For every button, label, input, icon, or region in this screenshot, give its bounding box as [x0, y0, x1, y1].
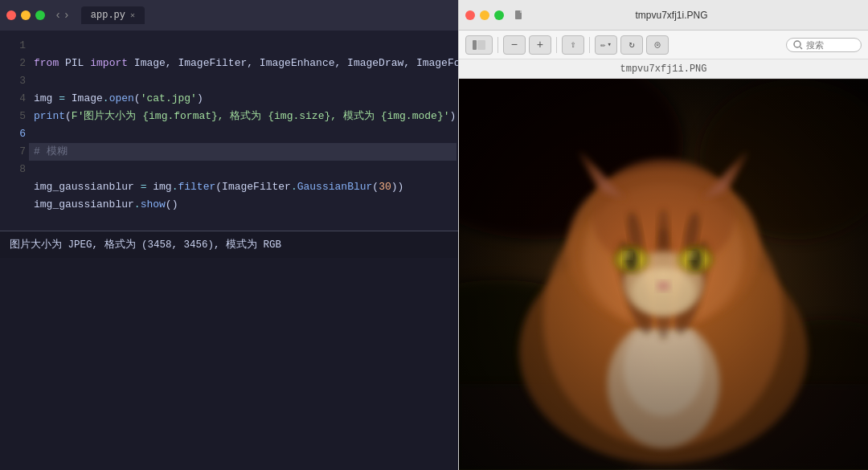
sidebar-toggle-button[interactable] — [465, 35, 493, 55]
image-viewport — [459, 79, 868, 470]
line-num-3: 3 — [6, 72, 26, 90]
image-panel: tmpvu7xfj1i.PNG − + ⇧ ✏ ▾ ↻ ◎ — [458, 0, 868, 470]
line-num-7: 7 — [6, 143, 26, 161]
pencil-button[interactable]: ✏ ▾ — [595, 35, 617, 55]
tab-bar: app.py ✕ — [81, 6, 145, 24]
svg-rect-2 — [473, 40, 477, 50]
tab-app-py[interactable]: app.py ✕ — [81, 6, 145, 24]
preview-tl-red[interactable] — [465, 10, 475, 20]
code-line-6: # 模糊 — [29, 143, 457, 161]
toolbar-sep-2 — [556, 37, 557, 53]
toolbar-sep-1 — [497, 37, 498, 53]
code-line-7: img_gaussianblur = img.filter(ImageFilte… — [34, 181, 403, 193]
line-num-6: 6 — [6, 125, 26, 143]
share-button[interactable]: ⇧ — [562, 35, 584, 55]
code-line-8: img_gaussianblur.show() — [34, 198, 178, 210]
code-line-1: from PIL import Image, ImageFilter, Imag… — [34, 57, 458, 69]
preview-tl-yellow[interactable] — [480, 10, 489, 20]
line-numbers: 1 2 3 4 5 6 7 8 — [0, 31, 29, 231]
line-num-1: 1 — [6, 37, 26, 55]
nav-forward-icon[interactable]: › — [63, 9, 69, 22]
tab-label: app.py — [91, 10, 125, 21]
code-line-3: img = Image.open('cat.jpg') — [34, 92, 203, 104]
code-line-2 — [34, 75, 40, 87]
line-num-5: 5 — [6, 108, 26, 125]
image-filename-bar: tmpvu7xfj1i.PNG — [459, 59, 868, 79]
traffic-light-yellow[interactable] — [21, 10, 31, 20]
image-filename-label: tmpvu7xfj1i.PNG — [620, 63, 706, 75]
cat-image — [459, 79, 868, 470]
traffic-light-red[interactable] — [6, 10, 16, 20]
toolbar-sep-3 — [589, 37, 590, 53]
zoom-out-button[interactable]: − — [503, 35, 526, 55]
svg-rect-38 — [459, 79, 868, 469]
nav-arrows: ‹ › — [55, 9, 70, 22]
editor-panel: ‹ › app.py ✕ 1 2 3 4 5 6 7 8 from PIL im… — [0, 0, 458, 470]
editor-footer: 图片大小为 JPEG, 格式为 (3458, 3456), 模式为 RGB — [0, 231, 458, 258]
code-line-5 — [34, 128, 40, 140]
code-area[interactable]: from PIL import Image, ImageFilter, Imag… — [29, 31, 458, 231]
line-num-4: 4 — [6, 90, 26, 108]
svg-point-4 — [794, 41, 800, 47]
preview-file-icon — [514, 10, 525, 21]
line-num-2: 2 — [6, 55, 26, 72]
image-toolbar: − + ⇧ ✏ ▾ ↻ ◎ — [459, 31, 868, 59]
image-titlebar: tmpvu7xfj1i.PNG — [459, 0, 868, 31]
line-num-8: 8 — [6, 161, 26, 178]
terminal-output: 图片大小为 JPEG, 格式为 (3458, 3456), 模式为 RGB — [10, 238, 281, 251]
annotate-button[interactable]: ◎ — [646, 35, 669, 55]
zoom-in-button[interactable]: + — [529, 35, 551, 55]
preview-title: tmpvu7xfj1i.PNG — [530, 10, 813, 21]
search-input[interactable] — [806, 40, 854, 50]
preview-tl-green[interactable] — [494, 10, 504, 20]
editor-body: 1 2 3 4 5 6 7 8 from PIL import Image, I… — [0, 31, 458, 231]
svg-marker-1 — [520, 10, 522, 13]
rotate-button[interactable]: ↻ — [620, 35, 643, 55]
editor-titlebar: ‹ › app.py ✕ — [0, 0, 458, 31]
tab-close-icon[interactable]: ✕ — [130, 10, 135, 20]
search-box[interactable] — [786, 38, 862, 52]
search-icon — [793, 40, 803, 50]
terminal-area — [0, 258, 458, 471]
svg-line-5 — [800, 47, 803, 49]
traffic-light-green[interactable] — [35, 10, 45, 20]
nav-back-icon[interactable]: ‹ — [55, 9, 61, 22]
svg-rect-3 — [477, 40, 485, 50]
code-line-4: print(F'图片大小为 {img.format}, 格式为 {img.siz… — [34, 110, 456, 122]
